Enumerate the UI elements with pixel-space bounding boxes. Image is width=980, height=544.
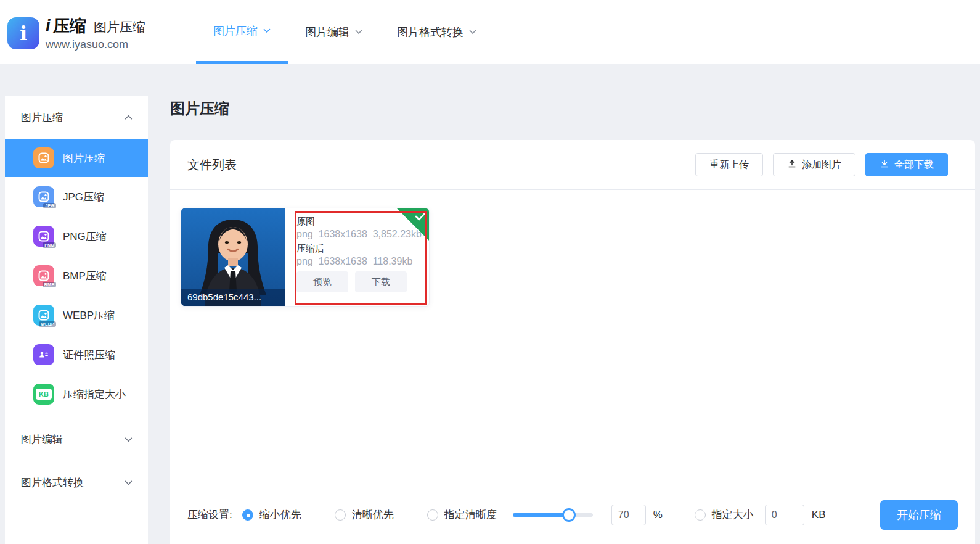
chevron-down-icon <box>469 28 476 36</box>
quality-slider[interactable] <box>513 508 593 522</box>
size-input[interactable] <box>765 505 804 525</box>
webp-compress-icon: WEBP <box>33 305 54 326</box>
file-thumbnail[interactable]: 69db5de15c443... <box>181 208 285 306</box>
radio-button[interactable] <box>695 509 706 521</box>
sidebar-group-image-compress[interactable]: 图片压缩 <box>5 96 148 139</box>
brand-url: www.iyasuo.com <box>46 38 145 51</box>
sidebar-group-format-convert[interactable]: 图片格式转换 <box>5 461 148 504</box>
radio-label: 清晰优先 <box>352 508 394 522</box>
page: i i 压缩 图片压缩 www.iyasuo.com 图片压缩 图片编辑 <box>0 0 980 544</box>
radio-label: 指定清晰度 <box>444 508 497 522</box>
id-photo-compress-icon <box>33 344 54 365</box>
sidebar-item-label: BMP压缩 <box>63 269 107 283</box>
kb-unit: KB <box>812 509 826 521</box>
sidebar-item-label: WEBP压缩 <box>63 308 115 323</box>
radio-button[interactable] <box>335 509 346 521</box>
nav-tab-label: 图片编辑 <box>305 25 349 39</box>
png-badge: PNG <box>43 242 56 248</box>
radio-shrink-priority[interactable]: 缩小优先 <box>242 508 301 522</box>
radio-button[interactable] <box>427 509 438 521</box>
slider-handle[interactable] <box>562 508 576 522</box>
brand-logo-icon: i <box>7 17 39 49</box>
chevron-down-icon <box>125 479 132 486</box>
quality-input[interactable] <box>611 505 646 525</box>
sidebar-group-image-edit[interactable]: 图片编辑 <box>5 418 148 461</box>
chevron-down-icon <box>263 27 271 35</box>
radio-label: 缩小优先 <box>259 508 301 522</box>
sidebar-item-label: PNG压缩 <box>63 229 107 244</box>
download-all-button-label: 全部下载 <box>894 159 934 171</box>
download-all-button[interactable]: 全部下载 <box>865 153 948 176</box>
sidebar-group-label: 图片编辑 <box>21 432 63 447</box>
sidebar-group-label: 图片压缩 <box>21 110 63 125</box>
upload-icon <box>787 159 797 171</box>
webp-badge: WEBP <box>39 321 56 327</box>
reupload-button-label: 重新上传 <box>709 159 749 171</box>
nav-tab-image-edit[interactable]: 图片编辑 <box>288 0 380 64</box>
sidebar-item-label: 压缩指定大小 <box>63 387 126 402</box>
jpg-badge: JPG <box>43 203 56 208</box>
compressed-meta: png 1638x1638 118.39kb <box>296 256 422 267</box>
bmp-compress-icon: BMP <box>33 265 54 286</box>
sidebar: 图片压缩 图片压缩 JPG JPG压缩 PNG PNG压缩 <box>5 96 148 544</box>
chevron-down-icon <box>355 28 362 36</box>
brand[interactable]: i i 压缩 图片压缩 www.iyasuo.com <box>7 15 145 51</box>
brand-text: i 压缩 图片压缩 www.iyasuo.com <box>46 15 145 51</box>
png-compress-icon: PNG <box>33 226 54 247</box>
sidebar-item-webp-compress[interactable]: WEBP WEBP压缩 <box>5 295 148 335</box>
radio-label: 指定大小 <box>712 508 754 522</box>
main-nav: 图片压缩 图片编辑 图片格式转换 <box>196 0 494 64</box>
nav-tab-label: 图片格式转换 <box>397 25 463 39</box>
file-download-button[interactable]: 下载 <box>355 271 407 292</box>
percent-unit: % <box>653 509 663 521</box>
file-list-header: 文件列表 重新上传 添加图片 全部下载 <box>170 140 975 190</box>
preview-button[interactable]: 预览 <box>296 271 348 292</box>
add-images-button[interactable]: 添加图片 <box>773 153 855 176</box>
bmp-badge: BMP <box>43 282 56 287</box>
radio-clarity-priority[interactable]: 清晰优先 <box>335 508 394 522</box>
sidebar-item-image-compress[interactable]: 图片压缩 <box>5 139 148 177</box>
jpg-compress-icon: JPG <box>33 186 54 207</box>
sidebar-item-bmp-compress[interactable]: BMP BMP压缩 <box>5 256 148 295</box>
radio-button-checked[interactable] <box>242 509 253 521</box>
chevron-down-icon <box>125 435 132 443</box>
add-images-button-label: 添加图片 <box>802 159 841 171</box>
download-icon <box>880 159 889 171</box>
settings-label: 压缩设置: <box>187 508 232 522</box>
file-list-panel: 文件列表 重新上传 添加图片 全部下载 <box>170 140 975 544</box>
reupload-button[interactable]: 重新上传 <box>695 153 763 176</box>
radio-specify-size[interactable]: 指定大小 <box>695 508 754 522</box>
file-list-title: 文件列表 <box>187 157 237 173</box>
file-list-area: 69db5de15c443... 原图 png 1638x1638 3,852.… <box>170 190 975 474</box>
file-item[interactable]: 69db5de15c443... 原图 png 1638x1638 3,852.… <box>181 208 430 307</box>
sidebar-item-label: 证件照压缩 <box>63 348 115 362</box>
sidebar-item-png-compress[interactable]: PNG PNG压缩 <box>5 216 148 256</box>
nav-tab-image-compress[interactable]: 图片压缩 <box>196 0 288 64</box>
top-header: i i 压缩 图片压缩 www.iyasuo.com 图片压缩 图片编辑 <box>0 0 980 64</box>
compression-settings-bar: 压缩设置: 缩小优先 清晰优先 指定清晰度 % <box>170 474 975 544</box>
page-title: 图片压缩 <box>170 99 229 118</box>
slider-fill <box>513 513 569 517</box>
sidebar-item-jpg-compress[interactable]: JPG JPG压缩 <box>5 177 148 216</box>
image-compress-icon <box>33 147 54 168</box>
radio-specify-clarity[interactable]: 指定清晰度 <box>427 508 497 522</box>
nav-tab-label: 图片压缩 <box>213 23 258 38</box>
sidebar-group-label: 图片格式转换 <box>21 476 84 490</box>
kb-badge: KB <box>36 389 52 400</box>
sidebar-item-compress-to-size[interactable]: KB 压缩指定大小 <box>5 374 148 414</box>
start-compress-button[interactable]: 开始压缩 <box>880 500 958 530</box>
brand-subtitle: 图片压缩 <box>94 19 145 36</box>
sidebar-item-label: 图片压缩 <box>63 151 105 165</box>
brand-title: i 压缩 <box>46 15 86 37</box>
size-compress-icon: KB <box>33 384 54 405</box>
sidebar-item-label: JPG压缩 <box>63 190 104 204</box>
compressed-label: 压缩后 <box>296 243 422 255</box>
nav-tab-format-convert[interactable]: 图片格式转换 <box>380 0 494 64</box>
check-icon <box>415 212 426 223</box>
file-name-overlay: 69db5de15c443... <box>181 289 285 306</box>
chevron-up-icon <box>125 113 132 121</box>
sidebar-item-id-photo-compress[interactable]: 证件照压缩 <box>5 335 148 374</box>
